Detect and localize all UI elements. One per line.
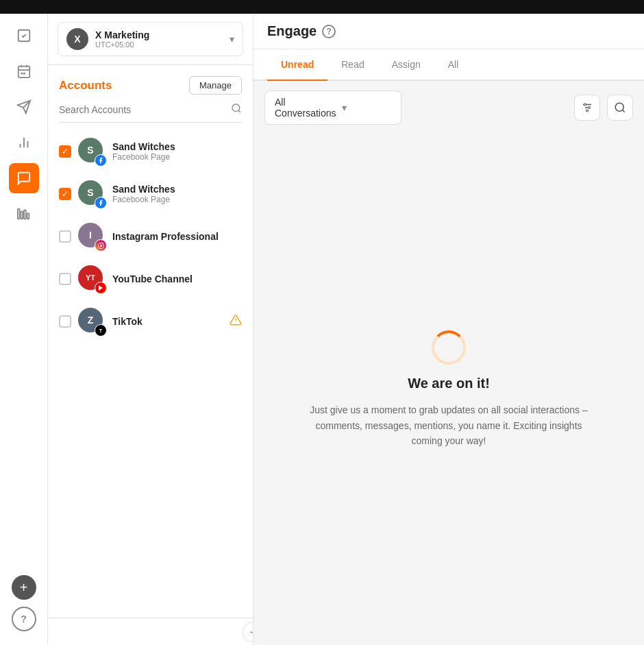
collapse-sidebar-button[interactable]: ← <box>243 622 253 642</box>
svg-rect-5 <box>21 73 23 75</box>
accounts-title-row: Accounts Manage <box>48 65 253 100</box>
warning-icon <box>230 314 242 329</box>
account-checkbox-3[interactable] <box>59 230 71 243</box>
workspace-name: X Marketing <box>95 29 223 40</box>
svg-point-33 <box>615 103 623 111</box>
account-item[interactable]: ✓ S Sand Witches Facebook Page <box>53 131 247 172</box>
account-name-2: Sand Witches <box>112 184 242 195</box>
tab-unread[interactable]: Unread <box>267 49 327 81</box>
nav-item-send[interactable] <box>9 92 39 122</box>
account-checkbox-5[interactable] <box>59 315 71 328</box>
account-info-3: Instagram Professional <box>112 231 242 242</box>
svg-rect-18 <box>27 213 29 219</box>
account-name-5: TikTok <box>112 316 223 327</box>
workspace-selector[interactable]: X X Marketing UTC+05:00 ▾ <box>58 22 243 56</box>
accounts-list: ✓ S Sand Witches Facebook Page ✓ <box>48 131 253 618</box>
conversations-dropdown[interactable]: All Conversations ▾ <box>264 90 401 125</box>
account-info-1: Sand Witches Facebook Page <box>112 141 242 162</box>
account-avatar-wrap-1: S <box>78 138 106 165</box>
account-checkbox-1[interactable]: ✓ <box>59 145 71 158</box>
svg-marker-24 <box>99 285 103 291</box>
engage-title: Engage <box>267 23 317 39</box>
account-info-4: YouTube Channel <box>112 273 242 284</box>
svg-point-30 <box>584 104 586 106</box>
top-bar <box>0 0 644 14</box>
account-type-2: Facebook Page <box>112 195 242 204</box>
account-type-1: Facebook Page <box>112 152 242 162</box>
account-checkbox-4[interactable] <box>59 273 71 285</box>
svg-point-22 <box>100 245 102 247</box>
engage-header: Engage ? <box>253 14 644 49</box>
filter-bar: All Conversations ▾ <box>253 81 644 134</box>
svg-point-19 <box>232 104 240 112</box>
account-name-3: Instagram Professional <box>112 231 242 242</box>
workspace-timezone: UTC+05:00 <box>95 40 223 49</box>
svg-line-20 <box>238 110 240 112</box>
svg-rect-15 <box>17 209 19 219</box>
main-content: Engage ? Unread Read Assign All All Conv… <box>253 14 644 645</box>
nav-item-calendar[interactable] <box>9 56 39 86</box>
dropdown-chevron-icon: ▾ <box>342 102 392 113</box>
svg-point-23 <box>102 243 103 244</box>
help-button[interactable]: ? <box>12 607 36 631</box>
search-accounts-input[interactable] <box>59 104 231 115</box>
loading-description: Just give us a moment to grab updates on… <box>305 402 593 448</box>
svg-rect-17 <box>24 210 26 219</box>
svg-rect-6 <box>23 73 25 75</box>
account-item[interactable]: YT YouTube Channel <box>53 258 247 300</box>
nav-sidebar: + ? <box>0 14 48 645</box>
search-icon <box>231 103 242 117</box>
workspace-chevron-icon: ▾ <box>230 34 234 45</box>
account-name-4: YouTube Channel <box>112 273 242 284</box>
loading-title: We are on it! <box>408 376 490 391</box>
loading-area: We are on it! Just give us a moment to g… <box>253 134 644 645</box>
filter-options-button[interactable] <box>574 95 600 121</box>
account-item[interactable]: Z T TikTok <box>53 301 247 342</box>
platform-badge-ig <box>95 239 107 252</box>
engage-help-icon[interactable]: ? <box>322 25 336 38</box>
nav-item-tasks[interactable] <box>9 21 39 51</box>
account-avatar-wrap-2: S <box>78 180 106 208</box>
tab-read[interactable]: Read <box>327 49 377 81</box>
svg-line-34 <box>622 110 624 112</box>
tab-all[interactable]: All <box>434 49 473 81</box>
account-item[interactable]: ✓ S Sand Witches Facebook Page <box>53 173 247 215</box>
platform-badge-fb-2 <box>95 197 107 209</box>
accounts-title: Accounts <box>59 79 112 93</box>
account-avatar-wrap-5: Z T <box>78 308 106 335</box>
svg-point-32 <box>586 110 589 112</box>
workspace-avatar: X <box>66 28 88 50</box>
platform-badge-tt: T <box>95 324 107 337</box>
account-info-5: TikTok <box>112 316 223 327</box>
svg-rect-16 <box>21 211 23 219</box>
add-button[interactable]: + <box>12 575 36 600</box>
accounts-sidebar: X X Marketing UTC+05:00 ▾ Accounts Manag… <box>48 14 253 645</box>
svg-point-31 <box>589 107 591 109</box>
tab-assign[interactable]: Assign <box>378 49 434 81</box>
tabs-bar: Unread Read Assign All <box>253 49 644 81</box>
account-avatar-wrap-4: YT <box>78 265 106 293</box>
platform-badge-fb-1 <box>95 154 107 167</box>
nav-item-analytics[interactable] <box>9 127 39 158</box>
account-info-2: Sand Witches Facebook Page <box>112 184 242 204</box>
nav-item-reports[interactable] <box>9 199 39 229</box>
conversations-dropdown-label: All Conversations <box>275 97 336 119</box>
account-avatar-wrap-3: I <box>78 223 106 250</box>
account-name-1: Sand Witches <box>112 141 242 152</box>
nav-item-engage[interactable] <box>9 163 39 193</box>
account-checkbox-2[interactable]: ✓ <box>59 188 71 200</box>
manage-button[interactable]: Manage <box>189 76 242 95</box>
svg-rect-1 <box>18 66 29 78</box>
search-conversations-button[interactable] <box>607 95 633 121</box>
platform-badge-yt <box>95 282 107 294</box>
search-bar <box>59 103 242 123</box>
loading-spinner <box>432 330 466 365</box>
workspace-info: X Marketing UTC+05:00 <box>95 29 223 49</box>
account-item[interactable]: I Instagram Professional <box>53 216 247 257</box>
